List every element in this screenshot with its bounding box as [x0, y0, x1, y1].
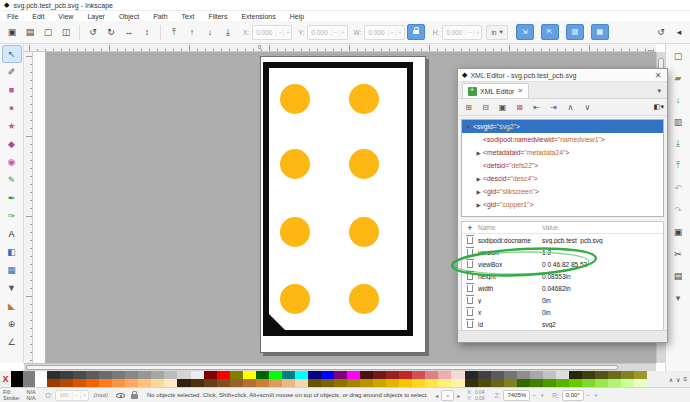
palette-swatch[interactable]: [73, 379, 86, 387]
box3d-tool[interactable]: ◆: [2, 135, 22, 153]
select-all-layers-button[interactable]: ▤: [21, 24, 39, 41]
palette-swatch[interactable]: [86, 379, 99, 387]
rotate-ccw-button[interactable]: ↺: [84, 24, 102, 41]
scale-corners-toggle[interactable]: ⇱: [541, 24, 559, 40]
delete-attribute-button[interactable]: [462, 309, 478, 316]
bucket-tool[interactable]: ◣: [2, 297, 22, 315]
delete-attribute-button[interactable]: [462, 285, 478, 292]
copper-pad[interactable]: [349, 149, 379, 179]
palette-swatch[interactable]: [360, 371, 373, 379]
menu-path[interactable]: Path: [146, 13, 174, 20]
lower-node-button[interactable]: ∨: [580, 100, 595, 114]
redo-icon[interactable]: ↷: [670, 202, 686, 217]
add-attribute-button[interactable]: +: [462, 223, 478, 233]
palette-swatch[interactable]: [595, 371, 608, 379]
attr-row-width[interactable]: width0.04682in: [462, 282, 663, 294]
palette-swatch[interactable]: [321, 379, 334, 387]
horizontal-scrollbar-thumb[interactable]: [26, 365, 618, 370]
horizontal-ruler[interactable]: 0: [24, 44, 656, 52]
palette-swatch[interactable]: [412, 379, 425, 387]
copper-pad[interactable]: [280, 149, 310, 179]
delete-attribute-button[interactable]: [462, 273, 478, 280]
palette-swatch[interactable]: [99, 371, 112, 379]
vertical-ruler[interactable]: [24, 52, 33, 363]
palette-swatch[interactable]: [582, 379, 595, 387]
new-document-icon[interactable]: ▢: [670, 48, 686, 63]
palette-swatch[interactable]: [47, 371, 60, 379]
attr-row-version[interactable]: version1.2: [462, 246, 663, 258]
attr-row-viewBox[interactable]: viewBox0 0 46.82 85.53: [462, 258, 663, 270]
menu-text[interactable]: Text: [175, 13, 202, 20]
copper-pad[interactable]: [280, 217, 310, 247]
layer-indicator[interactable]: (root): [94, 392, 108, 398]
delete-attribute-button[interactable]: [462, 297, 478, 304]
new-element-node-button[interactable]: ⊞: [461, 100, 476, 114]
palette-swatch[interactable]: [530, 371, 543, 379]
palette-swatch[interactable]: [295, 379, 308, 387]
palette-swatch[interactable]: [269, 379, 282, 387]
attribute-value[interactable]: svg2: [542, 321, 663, 328]
calligraphy-tool[interactable]: ✑: [2, 207, 22, 225]
unit-dropdown[interactable]: in▾: [486, 25, 507, 40]
palette-swatch[interactable]: [282, 379, 295, 387]
palette-swatch[interactable]: [217, 379, 230, 387]
xml-node-desc4[interactable]: ▶<desc id="desc4">: [462, 172, 663, 185]
palette-swatch[interactable]: [112, 379, 125, 387]
palette-swatch[interactable]: [308, 371, 321, 379]
xml-node-copper1[interactable]: ▶<g id="copper1">: [462, 198, 663, 211]
export-document-icon[interactable]: ⤒: [670, 158, 686, 173]
palette-swatch[interactable]: [308, 379, 321, 387]
deselect-button[interactable]: ▢: [39, 24, 57, 41]
palette-swatch[interactable]: [425, 379, 438, 387]
palette-swatch[interactable]: [569, 379, 582, 387]
text-tool[interactable]: A: [2, 225, 22, 243]
palette-swatch[interactable]: [582, 371, 595, 379]
attr-row-height[interactable]: height0.08553in: [462, 270, 663, 282]
palette-swatch[interactable]: [125, 379, 138, 387]
palette-swatch[interactable]: [164, 379, 177, 387]
node-tool[interactable]: ✐: [2, 63, 22, 81]
move-gradients-toggle[interactable]: ▨: [566, 24, 584, 40]
xml-node-defs22[interactable]: <defs id="defs22">: [462, 159, 663, 172]
prev-arrow-icon[interactable]: ◂: [432, 390, 441, 401]
attribute-value[interactable]: svg.pcb.test_pcb.svg: [542, 237, 663, 244]
tab-close-icon[interactable]: ✕: [517, 87, 523, 95]
xml-node-silkscreen[interactable]: ▶<g id="silkscreen">: [462, 185, 663, 198]
palette-swatch[interactable]: [530, 379, 543, 387]
palette-swatch[interactable]: [634, 371, 647, 379]
palette-menu-icon[interactable]: ≡: [683, 376, 687, 382]
palette-swatch[interactable]: [517, 371, 530, 379]
attribute-value[interactable]: 0in: [542, 297, 663, 304]
palette-swatch[interactable]: [347, 379, 360, 387]
expander-icon[interactable]: ▶: [474, 150, 483, 156]
xml-node-svg2[interactable]: ▼<svg id="svg2">: [462, 120, 663, 133]
palette-swatch[interactable]: [465, 371, 478, 379]
open-document-icon[interactable]: ▰: [670, 70, 686, 85]
palette-swatch[interactable]: [269, 371, 282, 379]
palette-swatch[interactable]: [621, 379, 634, 387]
palette-swatch[interactable]: [347, 371, 360, 379]
lock-ratio-button[interactable]: [407, 24, 425, 40]
menu-filters[interactable]: Filters: [201, 13, 234, 20]
fill-stroke-indicator[interactable]: Fill:N/A Stroke:N/A: [3, 389, 36, 401]
palette-swatch[interactable]: [465, 379, 478, 387]
expander-icon[interactable]: ▶: [474, 189, 483, 195]
y-field[interactable]: 0.000−+: [307, 25, 347, 40]
h-field[interactable]: 0.000−+: [442, 25, 482, 40]
palette-swatch[interactable]: [621, 371, 634, 379]
palette-scroll-up-icon[interactable]: ∧: [669, 376, 673, 383]
palette-swatch[interactable]: [230, 371, 243, 379]
palette-swatch[interactable]: [112, 371, 125, 379]
palette-swatch[interactable]: [256, 371, 269, 379]
palette-swatch[interactable]: [504, 379, 517, 387]
horizontal-scrollbar[interactable]: [24, 363, 656, 371]
pcb-board-outline[interactable]: [263, 62, 413, 336]
x-field[interactable]: 0.000−+: [252, 25, 292, 40]
selector-tool[interactable]: ↖: [2, 45, 22, 63]
palette-swatch[interactable]: [399, 371, 412, 379]
palette-swatch[interactable]: [556, 371, 569, 379]
zoom-minus-button[interactable]: −: [530, 392, 538, 399]
import-document-icon[interactable]: ⤓: [670, 136, 686, 151]
palette-swatch[interactable]: [321, 371, 334, 379]
raise-to-top-button[interactable]: ⤒: [165, 24, 183, 41]
